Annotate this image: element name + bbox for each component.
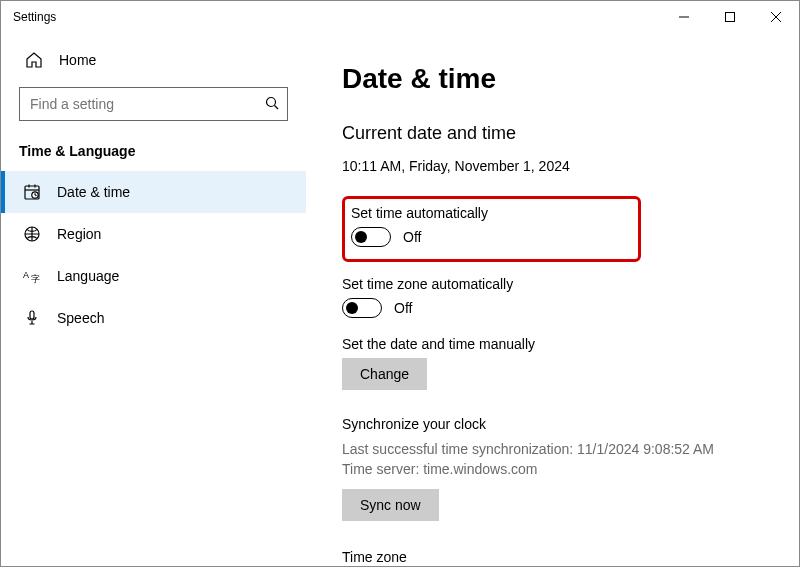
sidebar-item-date-time[interactable]: Date & time <box>1 171 306 213</box>
speech-icon <box>23 309 41 327</box>
sidebar-item-language[interactable]: A字 Language <box>1 255 306 297</box>
svg-text:A: A <box>23 270 29 280</box>
change-button[interactable]: Change <box>342 358 427 390</box>
current-datetime-value: 10:11 AM, Friday, November 1, 2024 <box>342 158 763 174</box>
set-tz-auto-state: Off <box>394 300 412 316</box>
manual-label: Set the date and time manually <box>342 336 763 352</box>
svg-line-5 <box>275 105 279 109</box>
svg-rect-16 <box>30 311 34 319</box>
language-icon: A字 <box>23 267 41 285</box>
search-box[interactable] <box>19 87 288 121</box>
set-time-auto-label: Set time automatically <box>351 205 488 221</box>
minimize-button[interactable] <box>661 1 707 33</box>
home-nav[interactable]: Home <box>1 41 306 79</box>
home-label: Home <box>59 52 96 68</box>
region-icon <box>23 225 41 243</box>
set-time-auto-toggle[interactable] <box>351 227 391 247</box>
window-controls <box>661 1 799 33</box>
set-tz-auto-label: Set time zone automatically <box>342 276 763 292</box>
sidebar-item-speech[interactable]: Speech <box>1 297 306 339</box>
main: Date & time Current date and time 10:11 … <box>306 33 799 567</box>
content: Home Time & Language Date & time Region <box>1 33 799 567</box>
sidebar-item-label: Speech <box>57 310 104 326</box>
svg-line-12 <box>35 195 37 196</box>
date-time-icon <box>23 183 41 201</box>
current-datetime-header: Current date and time <box>342 123 763 144</box>
maximize-button[interactable] <box>707 1 753 33</box>
timezone-label: Time zone <box>342 549 763 565</box>
home-icon <box>25 51 43 69</box>
sidebar: Home Time & Language Date & time Region <box>1 33 306 567</box>
svg-rect-1 <box>726 13 735 22</box>
search-icon <box>265 96 279 113</box>
svg-point-4 <box>267 97 276 106</box>
sidebar-item-label: Language <box>57 268 119 284</box>
sidebar-item-label: Date & time <box>57 184 130 200</box>
sync-server: Time server: time.windows.com <box>342 460 763 480</box>
close-button[interactable] <box>753 1 799 33</box>
titlebar-left: Settings <box>13 10 56 24</box>
sync-block: Synchronize your clock Last successful t… <box>342 416 763 521</box>
sidebar-item-label: Region <box>57 226 101 242</box>
sync-title: Synchronize your clock <box>342 416 763 432</box>
set-tz-auto-toggle[interactable] <box>342 298 382 318</box>
set-time-auto-state: Off <box>403 229 421 245</box>
sync-now-button[interactable]: Sync now <box>342 489 439 521</box>
window-title: Settings <box>13 10 56 24</box>
search-wrap <box>1 79 306 135</box>
titlebar: Settings <box>1 1 799 33</box>
page-title: Date & time <box>342 63 763 95</box>
sidebar-item-region[interactable]: Region <box>1 213 306 255</box>
minimize-icon <box>679 12 689 22</box>
maximize-icon <box>725 12 735 22</box>
close-icon <box>771 12 781 22</box>
highlight-annotation: Set time automatically Off <box>342 196 641 262</box>
search-input[interactable] <box>30 96 265 112</box>
sync-last: Last successful time synchronization: 11… <box>342 440 763 460</box>
svg-text:字: 字 <box>31 274 40 284</box>
section-header: Time & Language <box>1 135 306 171</box>
